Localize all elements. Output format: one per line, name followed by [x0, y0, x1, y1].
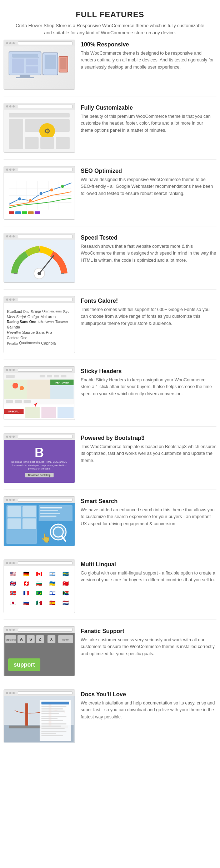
flag-fr: 🇫🇷: [21, 589, 32, 597]
font-name-tanaver: Tanaver: [55, 320, 68, 324]
feature-desc-docs: We create installation and help document…: [81, 700, 216, 721]
font-name-revallia: Revallia: [7, 330, 21, 335]
bootstrap-desc-text: Bootstrap is the most popular HTML, CSS,…: [4, 460, 75, 471]
feature-title-support: Fanatic Support: [81, 628, 216, 634]
svg-rect-61: [24, 400, 31, 403]
browser-dots-6: [6, 369, 15, 371]
feature-image-speed: [4, 233, 75, 283]
feature-text-multilingual: Multi Lingual Go global with our multi-l…: [81, 560, 216, 613]
browser-dot-2: [9, 42, 11, 44]
browser-dot-5: [9, 105, 11, 107]
flag-ch: 🇨🇭: [21, 579, 32, 587]
page-header: FULL FEATURES Creta Flower Shop Store is…: [0, 0, 220, 40]
browser-dot-10: [6, 235, 8, 237]
flag-tr: 🇹🇷: [60, 579, 71, 587]
svg-text:caps lock: caps lock: [5, 638, 16, 641]
feature-desc-search: We have added an enhanced search into th…: [81, 507, 216, 527]
svg-rect-57: [50, 385, 74, 399]
browser-dot-32: [9, 692, 11, 694]
browser-dot-19: [6, 436, 8, 438]
svg-text:Z: Z: [39, 637, 41, 641]
svg-rect-115: [41, 728, 65, 729]
browser-dots-11: [6, 692, 15, 694]
font-row-1: Headland One Kranji Oranienbaum Rye: [7, 309, 72, 313]
sticky-illustration: FEATURED: [4, 373, 75, 420]
feature-text-speed: Speed Tested Research shows that a fast …: [81, 233, 216, 283]
browser-mockup-docs: [4, 689, 75, 743]
feature-customizable: ⚙ Fully Customizable The beauty of this …: [4, 103, 216, 160]
page-title: FULL FEATURES: [14, 10, 206, 19]
browser-dot-15: [12, 298, 15, 301]
search-illustration: 👆: [4, 503, 75, 546]
svg-rect-34: [9, 211, 14, 214]
svg-rect-50: [61, 375, 66, 377]
svg-rect-12: [9, 113, 70, 117]
font-name-racingsansone: Racing Sans One: [7, 320, 36, 324]
features-list: 100% Responsive This WooCommerce theme i…: [0, 40, 220, 749]
browser-bar-6: [4, 367, 75, 373]
browser-dot-25: [6, 562, 8, 564]
browser-mockup-search: 👆: [4, 496, 75, 546]
browser-dot-13: [6, 298, 8, 301]
browser-dots: [6, 42, 15, 44]
flag-ru: 🇷🇺: [21, 599, 32, 607]
browser-bar-8: [4, 497, 75, 503]
svg-text:S: S: [29, 637, 32, 641]
browser-mockup-bootstrap: B Bootstrap is the most popular HTML, CS…: [4, 433, 75, 483]
browser-bar-11: [4, 690, 75, 696]
svg-rect-116: [41, 731, 66, 732]
browser-dot-26: [9, 562, 11, 564]
browser-mockup-customizable: ⚙: [4, 103, 75, 153]
svg-rect-109: [41, 713, 59, 714]
svg-rect-67: [58, 407, 74, 418]
svg-rect-71: [8, 506, 21, 517]
speed-svg: [7, 241, 71, 281]
flag-no: 🇳🇴: [8, 589, 19, 597]
flag-gb: 🇬🇧: [8, 579, 19, 587]
page-wrapper: FULL FEATURES Creta Flower Shop Store is…: [0, 0, 220, 749]
feature-title-multilingual: Multi Lingual: [81, 561, 216, 568]
font-name-oranienbaum: Oranienbaum: [42, 309, 61, 313]
svg-rect-20: [7, 176, 71, 217]
svg-rect-17: [25, 137, 39, 149]
svg-text:A: A: [20, 637, 23, 641]
svg-rect-59: [6, 400, 13, 403]
docs-svg: [4, 696, 74, 742]
browser-mockup-support: caps lock A S Z X comm: [4, 626, 75, 676]
browser-url-bar-9: [18, 561, 72, 565]
feature-text-customizable: Fully Customizable The beauty of this pr…: [81, 103, 216, 153]
flag-za: 🇿🇦: [60, 589, 71, 597]
font-row-2: Miss Script Onifgo McLaren: [7, 315, 72, 319]
browser-url-bar-6: [18, 368, 72, 372]
svg-point-31: [39, 192, 43, 195]
flag-mx: 🇲🇽: [34, 599, 45, 607]
feature-desc-fonts: This theme comes with full support for 6…: [81, 306, 216, 327]
svg-rect-8: [45, 55, 56, 69]
browser-dots-3: [6, 169, 15, 171]
page-subtitle: Creta Flower Shop Store is a Responsive …: [14, 22, 206, 36]
svg-rect-47: [40, 375, 45, 377]
flags-grid: 🇺🇸 🇩🇪 🇨🇦 🇦🇷 🇸🇪 🇬🇧 🇨🇭 🇧🇬 🇺🇦 🇹🇷 🇳🇴: [8, 570, 71, 607]
feature-text-responsive: 100% Responsive This WooCommerce theme i…: [81, 40, 216, 90]
feature-bootstrap: B Bootstrap is the most popular HTML, CS…: [4, 433, 216, 490]
svg-rect-48: [47, 375, 52, 377]
svg-rect-60: [15, 400, 22, 403]
font-name-cantoraone: Cantora One: [7, 336, 27, 340]
feature-image-seo: [4, 166, 75, 220]
svg-point-55: [20, 386, 24, 390]
svg-rect-118: [41, 735, 63, 736]
browser-mockup-responsive: [4, 40, 75, 90]
speed-illustration: [4, 240, 75, 282]
feature-title-customizable: Fully Customizable: [81, 105, 216, 111]
flag-de: 🇩🇪: [21, 570, 32, 578]
feature-sticky: FEATURED: [4, 366, 216, 427]
feature-desc-speed: Research shows that a fast website conve…: [81, 243, 216, 264]
browser-dot-33: [12, 692, 15, 694]
feature-search: 👆 Smart Search We have added an enhanced…: [4, 496, 216, 553]
svg-rect-37: [28, 211, 34, 214]
svg-rect-5: [26, 59, 38, 65]
svg-rect-78: [40, 516, 56, 517]
browser-url-bar-11: [18, 691, 72, 695]
feature-desc-multilingual: Go global with our multi-lingual support…: [81, 570, 216, 584]
feature-image-support: caps lock A S Z X comm: [4, 626, 75, 676]
